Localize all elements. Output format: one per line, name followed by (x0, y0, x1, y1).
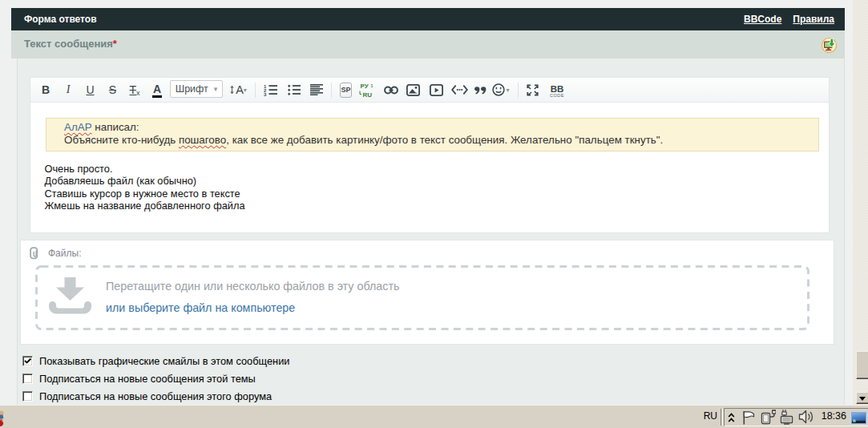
svg-text:1: 1 (371, 83, 373, 88)
svg-text:3: 3 (264, 92, 267, 96)
svg-text:РУ: РУ (361, 83, 369, 90)
svg-text:RU: RU (363, 91, 373, 99)
